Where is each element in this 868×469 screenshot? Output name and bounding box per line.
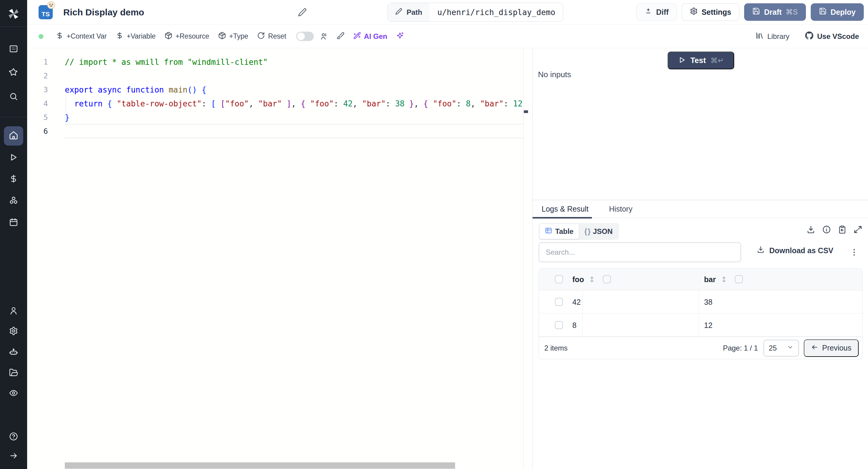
download-icon: [757, 246, 765, 255]
sidebar-item-favorites[interactable]: [9, 67, 18, 76]
library-button[interactable]: Library: [755, 31, 789, 41]
add-resource-button[interactable]: +Resource: [160, 29, 214, 44]
code-editor[interactable]: 123456 // import * as wmill from "windmi…: [27, 48, 532, 469]
sidebar-item-settings[interactable]: [9, 326, 18, 336]
view-toggle: Table { } JSON: [538, 223, 619, 240]
draft-button[interactable]: Draft ⌘S: [744, 3, 806, 21]
play-icon: [678, 56, 686, 65]
table-row[interactable]: 42 38: [539, 290, 862, 313]
sidebar-item-workers[interactable]: [9, 347, 18, 356]
gutter: 123456: [27, 55, 65, 138]
add-type-button[interactable]: +Type: [214, 29, 253, 44]
sidebar-item-apps[interactable]: [9, 44, 18, 53]
add-variable-button[interactable]: +Variable: [111, 29, 160, 44]
sidebar: [0, 0, 27, 469]
result-tabs: Logs & Result History: [532, 200, 868, 218]
page-size-select[interactable]: 25: [764, 340, 799, 356]
code-lines[interactable]: // import * as wmill from "windmill-clie…: [65, 55, 523, 138]
workspace: 123456 // import * as wmill from "windmi…: [27, 48, 868, 469]
horizontal-scrollbar[interactable]: [65, 462, 455, 469]
multiplayer-users-icon: [316, 29, 333, 44]
sidebar-item-schedules[interactable]: [9, 218, 18, 227]
path-label: Path: [407, 8, 422, 17]
test-button[interactable]: Test ⌘↵: [668, 52, 734, 69]
sidebar-item-search[interactable]: [9, 92, 18, 101]
sidebar-item-resources[interactable]: [9, 196, 18, 205]
arrow-left-icon: [811, 344, 818, 353]
editor-toolbar: +Context Var +Variable +Resource +Type R…: [27, 25, 868, 48]
multiplayer-toggle[interactable]: [296, 32, 314, 41]
top-bar: TS Rich Display demo Path u/henri/rich_d…: [27, 0, 868, 25]
kebab-menu-icon[interactable]: [849, 246, 859, 258]
sidebar-item-home[interactable]: [4, 126, 23, 146]
package-icon: [164, 32, 173, 41]
path-edit-button[interactable]: Path: [388, 3, 430, 22]
sidebar-divider: [0, 27, 27, 27]
row-checkbox[interactable]: [555, 298, 563, 306]
sidebar-item-runs[interactable]: [9, 153, 18, 162]
sidebar-item-folders[interactable]: [9, 368, 18, 377]
cell-bar: 38: [704, 298, 712, 307]
info-icon[interactable]: [822, 225, 831, 235]
result-pane: Table { } JSON: [532, 218, 868, 469]
page-indicator: Page: 1 / 1: [723, 344, 758, 352]
table-row[interactable]: 8 12: [539, 313, 862, 337]
github-icon: [805, 31, 813, 41]
sort-bar-icon[interactable]: [721, 276, 727, 283]
library-icon: [755, 31, 764, 41]
windmill-script-editor: TS Rich Display demo Path u/henri/rich_d…: [0, 0, 868, 469]
format-code-button[interactable]: [333, 29, 349, 44]
copy-clipboard-icon[interactable]: [838, 225, 846, 235]
diff-icon: [644, 7, 652, 17]
gear-icon: [690, 7, 698, 17]
use-vscode-button[interactable]: Use VScode: [805, 31, 859, 41]
sidebar-item-audit-logs[interactable]: [9, 388, 18, 398]
column-header-bar[interactable]: bar: [704, 276, 716, 284]
path-control[interactable]: Path u/henri/rich_display_demo: [388, 3, 563, 22]
dollar-icon: [56, 32, 64, 41]
sidebar-item-help[interactable]: [9, 432, 18, 441]
view-toggle-json[interactable]: { } JSON: [579, 224, 618, 239]
right-panel: Test ⌘↵ No inputs Logs & Result History …: [532, 48, 868, 469]
settings-button[interactable]: Settings: [682, 3, 740, 21]
sort-foo-icon[interactable]: [589, 276, 595, 283]
select-all-checkbox[interactable]: [555, 275, 563, 283]
reset-button[interactable]: Reset: [253, 29, 290, 44]
windmill-logo-icon[interactable]: [7, 7, 20, 21]
diff-button[interactable]: Diff: [636, 3, 677, 21]
edit-summary-pencil-icon[interactable]: [298, 8, 307, 17]
magic-wand-icon: [353, 32, 361, 41]
overview-ruler-cursor-marker: [524, 110, 528, 113]
ai-sparkles-button[interactable]: [392, 29, 408, 44]
sidebar-divider: [0, 117, 27, 117]
table-icon: [545, 227, 552, 236]
deploy-button[interactable]: Deploy: [811, 3, 864, 21]
tab-history[interactable]: History: [609, 205, 632, 213]
download-csv-button[interactable]: Download as CSV: [757, 246, 833, 255]
rotate-icon: [257, 32, 265, 41]
search-input[interactable]: [539, 248, 741, 256]
cell-bar: 12: [704, 321, 712, 330]
table-header-row: foo bar: [539, 269, 862, 290]
column-bar-toggle[interactable]: [735, 275, 743, 283]
row-checkbox[interactable]: [555, 321, 563, 329]
path-value: u/henri/rich_display_demo: [430, 3, 563, 22]
view-toggle-table[interactable]: Table: [539, 224, 579, 239]
column-foo-toggle[interactable]: [603, 275, 611, 283]
ai-gen-button[interactable]: AI Gen: [349, 29, 392, 44]
previous-page-button[interactable]: Previous: [804, 339, 859, 357]
draft-shortcut: ⌘S: [786, 8, 798, 16]
tab-logs-result[interactable]: Logs & Result: [541, 205, 589, 213]
page-title: Rich Display demo: [63, 0, 144, 25]
sparkles-icon: [396, 32, 404, 41]
table-search[interactable]: [538, 242, 741, 262]
expand-icon[interactable]: [854, 225, 862, 235]
add-context-var-button[interactable]: +Context Var: [51, 29, 111, 44]
sidebar-item-user[interactable]: [9, 306, 18, 315]
sidebar-item-variables[interactable]: [9, 174, 18, 183]
save-icon: [752, 7, 760, 17]
download-result-icon[interactable]: [807, 225, 815, 235]
sidebar-expand-arrow-icon[interactable]: [9, 451, 18, 460]
save-icon: [819, 7, 827, 17]
column-header-foo[interactable]: foo: [572, 276, 584, 284]
